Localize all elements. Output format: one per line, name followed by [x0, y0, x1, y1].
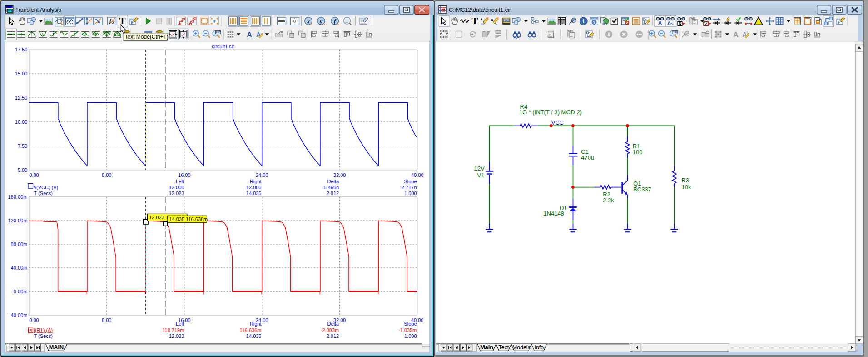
svg-text:Models: Models — [512, 344, 531, 351]
svg-text:MAIN: MAIN — [49, 344, 64, 351]
svg-text:Text: Text — [499, 344, 509, 351]
svg-text:Info: Info — [535, 344, 544, 351]
svg-text:Main: Main — [480, 344, 493, 351]
